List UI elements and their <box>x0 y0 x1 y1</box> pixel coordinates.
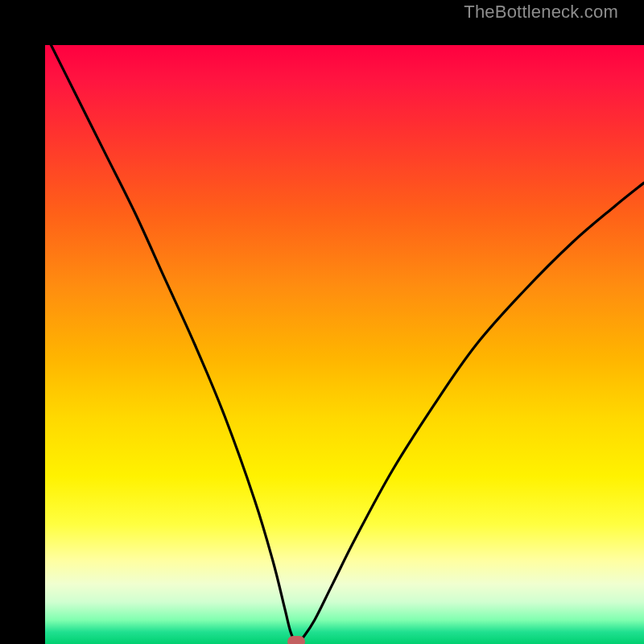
bottleneck-curve <box>45 45 644 644</box>
optimum-marker-icon <box>287 636 305 644</box>
watermark-text: TheBottleneck.com <box>464 2 618 23</box>
chart-frame <box>0 0 644 644</box>
plot-area <box>45 45 644 644</box>
